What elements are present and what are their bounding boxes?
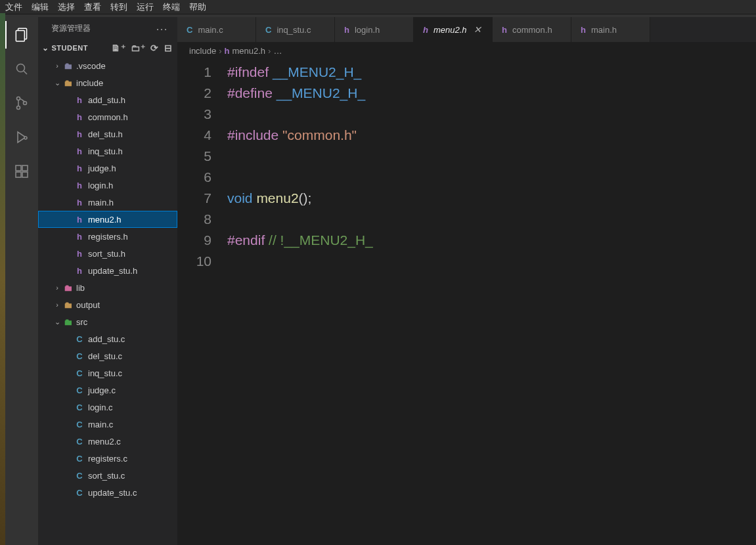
file-login.c[interactable]: Clogin.c (38, 399, 177, 416)
file-del_stu.c[interactable]: Cdel_stu.c (38, 347, 177, 364)
c-file-icon: C (74, 351, 85, 361)
c-file-icon: C (74, 471, 85, 481)
file-main.c[interactable]: Cmain.c (38, 416, 177, 433)
tab-label: inq_stu.c (277, 25, 311, 35)
tree-label: add_stu.c (88, 334, 125, 344)
code-line[interactable]: #include "common.h" (227, 125, 756, 146)
file-add_stu.h[interactable]: hadd_stu.h (38, 91, 177, 108)
file-inq_stu.c[interactable]: Cinq_stu.c (38, 364, 177, 381)
file-add_stu.c[interactable]: Cadd_stu.c (38, 330, 177, 347)
code-line[interactable]: #define __MENU2_H_ (227, 83, 756, 104)
collapse-icon[interactable]: ⊟ (164, 43, 173, 53)
h-file-icon: h (74, 129, 85, 139)
refresh-icon[interactable]: ⟳ (150, 43, 159, 53)
menu-选择[interactable]: 选择 (58, 1, 75, 13)
tab-login.h[interactable]: hlogin.h (335, 17, 414, 42)
tab-main.c[interactable]: Cmain.c (177, 17, 256, 42)
code-line[interactable] (227, 209, 756, 230)
file-main.h[interactable]: hmain.h (38, 194, 177, 211)
code-line[interactable] (227, 146, 756, 167)
svg-point-4 (17, 97, 20, 100)
tree-label: common.h (88, 112, 128, 122)
h-file-icon: h (502, 25, 507, 35)
file-menu2.c[interactable]: Cmenu2.c (38, 433, 177, 450)
folder-output[interactable]: ›🖿output (38, 296, 177, 313)
tab-common.h[interactable]: hcommon.h (493, 17, 571, 42)
menu-查看[interactable]: 查看 (84, 1, 101, 13)
tree-label: src (76, 317, 87, 327)
file-menu2.h[interactable]: hmenu2.h (38, 211, 177, 228)
file-registers.h[interactable]: hregisters.h (38, 228, 177, 245)
code-line[interactable]: #ifndef __MENU2_H_ (227, 62, 756, 83)
tab-label: common.h (512, 25, 552, 35)
svg-rect-1 (16, 31, 24, 41)
menu-转到[interactable]: 转到 (110, 1, 127, 13)
tree-label: sort_stu.c (88, 471, 125, 481)
breadcrumb[interactable]: include › h menu2.h › … (177, 42, 756, 59)
line-number: 3 (177, 104, 211, 125)
file-registers.c[interactable]: Cregisters.c (38, 450, 177, 467)
folder-icon: 🖿 (62, 78, 74, 88)
line-number: 1 (177, 62, 211, 83)
c-file-icon: C (74, 420, 85, 429)
tree-label: judge.h (88, 164, 116, 173)
c-file-icon: C (74, 385, 85, 395)
chevron-down-icon: ⌄ (53, 79, 62, 87)
file-common.h[interactable]: hcommon.h (38, 108, 177, 125)
tree-label: update_stu.h (88, 266, 137, 276)
code-line[interactable]: #endif // !__MENU2_H_ (227, 230, 756, 251)
sidebar-title-row: 资源管理器 ⋯ (38, 17, 177, 40)
folder-lib[interactable]: ›🖿lib (38, 279, 177, 296)
source-control-icon[interactable] (13, 95, 30, 112)
close-icon[interactable]: ✕ (474, 24, 481, 35)
file-judge.h[interactable]: hjudge.h (38, 160, 177, 177)
new-file-icon[interactable]: 🗎⁺ (111, 43, 125, 53)
tab-label: main.c (198, 25, 223, 35)
menu-编辑[interactable]: 编辑 (32, 1, 49, 13)
project-name: STUDENT (52, 44, 88, 52)
extensions-icon[interactable] (13, 163, 30, 180)
tab-main.h[interactable]: hmain.h (571, 17, 650, 42)
sidebar: 资源管理器 ⋯ ⌄ STUDENT 🗎⁺ 🗀⁺ ⟳ ⊟ ›🖿.vscode⌄🖿i… (38, 17, 177, 545)
run-debug-icon[interactable] (13, 129, 30, 146)
folder-.vscode[interactable]: ›🖿.vscode (38, 57, 177, 74)
line-gutter: 12345678910 (177, 62, 223, 545)
code-line[interactable] (227, 251, 756, 272)
file-judge.c[interactable]: Cjudge.c (38, 381, 177, 399)
search-icon[interactable] (13, 60, 30, 77)
tree-label: registers.c (88, 454, 127, 464)
code-line[interactable] (227, 104, 756, 125)
tree-label: include (76, 78, 103, 88)
code-source[interactable]: #ifndef __MENU2_H_#define __MENU2_H_#inc… (223, 62, 756, 545)
svg-rect-11 (22, 165, 28, 171)
tab-menu2.h[interactable]: hmenu2.h✕ (414, 17, 493, 42)
explorer-icon[interactable] (13, 26, 30, 43)
file-del_stu.h[interactable]: hdel_stu.h (38, 125, 177, 142)
folder-src[interactable]: ⌄🖿src (38, 313, 177, 330)
menu-帮助[interactable]: 帮助 (189, 1, 206, 13)
line-number: 9 (177, 230, 211, 251)
file-update_stu.c[interactable]: Cupdate_stu.c (38, 484, 177, 501)
menu-运行[interactable]: 运行 (137, 1, 154, 13)
code-editor[interactable]: 12345678910 #ifndef __MENU2_H_#define __… (177, 59, 756, 545)
code-line[interactable] (227, 167, 756, 188)
file-inq_stu.h[interactable]: hinq_stu.h (38, 142, 177, 160)
tree-label: .vscode (76, 61, 106, 71)
menu-终端[interactable]: 终端 (163, 1, 180, 13)
project-actions: 🗎⁺ 🗀⁺ ⟳ ⊟ (111, 43, 177, 53)
project-header[interactable]: ⌄ STUDENT 🗎⁺ 🗀⁺ ⟳ ⊟ (38, 40, 177, 56)
line-number: 5 (177, 146, 211, 167)
chevron-right-icon: › (53, 62, 62, 70)
code-line[interactable]: void menu2(); (227, 188, 756, 209)
menu-文件[interactable]: 文件 (5, 1, 22, 13)
folder-include[interactable]: ⌄🖿include (38, 74, 177, 91)
file-login.h[interactable]: hlogin.h (38, 177, 177, 194)
tree-label: del_stu.c (88, 351, 122, 361)
tab-inq_stu.c[interactable]: Cinq_stu.c (256, 17, 335, 42)
new-folder-icon[interactable]: 🗀⁺ (131, 43, 145, 53)
file-update_stu.h[interactable]: hupdate_stu.h (38, 262, 177, 279)
file-sort_stu.h[interactable]: hsort_stu.h (38, 245, 177, 262)
sidebar-more-icon[interactable]: ⋯ (156, 22, 168, 36)
folder-icon: 🖿 (62, 283, 74, 293)
file-sort_stu.c[interactable]: Csort_stu.c (38, 467, 177, 484)
